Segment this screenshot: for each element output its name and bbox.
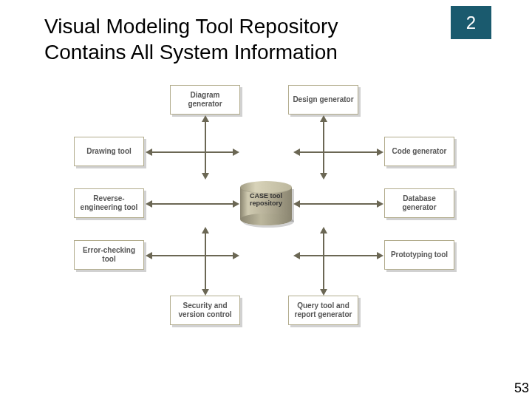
connector-design: [323, 121, 324, 173]
box-error-checking: Error-checking tool: [74, 240, 144, 270]
arrowhead-down-icon: [320, 173, 327, 180]
arrowhead-down-icon: [202, 289, 209, 296]
arrowhead-down-icon: [202, 173, 209, 180]
connector-error: [151, 255, 233, 256]
arrowhead-up-icon: [202, 115, 209, 122]
box-prototyping-tool: Prototyping tool: [384, 240, 454, 270]
arrowhead-up-icon: [320, 115, 327, 122]
connector-database: [299, 203, 377, 205]
chapter-badge: 2: [451, 6, 491, 39]
box-diagram-generator: Diagram generator: [170, 85, 240, 115]
connector-diagram: [205, 121, 206, 173]
connector-security: [205, 233, 206, 289]
diagram-canvas: Diagram generator Design generator Drawi…: [74, 81, 458, 347]
cylinder-bottom: [240, 214, 292, 225]
arrowhead-left-icon: [146, 252, 152, 259]
connector-query: [323, 233, 324, 289]
connector-code: [299, 151, 377, 153]
slide-number: 53: [514, 381, 529, 396]
arrowhead-down-icon: [320, 289, 327, 296]
arrowhead-left-icon: [146, 200, 152, 208]
arrowhead-right-icon: [377, 149, 383, 156]
case-repository-cylinder: CASE tool repository: [240, 181, 292, 225]
box-query-report: Query tool and report generator: [288, 296, 358, 325]
arrowhead-left-icon: [146, 149, 152, 156]
arrowhead-left-icon: [293, 200, 300, 208]
arrowhead-right-icon: [377, 200, 383, 208]
slide-title: Visual Modeling Tool Repository Contains…: [44, 13, 355, 65]
arrowhead-right-icon: [377, 252, 383, 259]
arrowhead-up-icon: [202, 227, 209, 233]
box-drawing-tool: Drawing tool: [74, 137, 144, 166]
arrowhead-left-icon: [293, 252, 300, 259]
box-reverse-engineering: Reverse-engineering tool: [74, 188, 144, 218]
arrowhead-up-icon: [320, 227, 327, 233]
connector-reverse: [151, 203, 233, 205]
arrowhead-right-icon: [233, 200, 239, 208]
cylinder-label: CASE tool repository: [240, 193, 292, 208]
connector-drawing: [151, 151, 233, 153]
box-security-version: Security and version control: [170, 296, 240, 325]
box-database-generator: Database generator: [384, 188, 454, 218]
arrowhead-right-icon: [233, 252, 239, 259]
connector-proto: [299, 255, 377, 256]
arrowhead-right-icon: [233, 149, 239, 156]
box-code-generator: Code generator: [384, 137, 454, 166]
arrowhead-left-icon: [293, 149, 300, 156]
box-design-generator: Design generator: [288, 85, 358, 115]
